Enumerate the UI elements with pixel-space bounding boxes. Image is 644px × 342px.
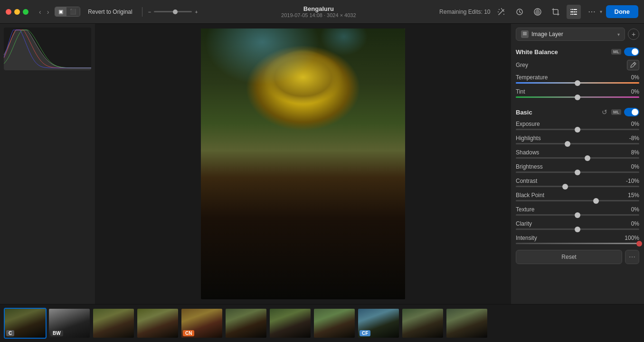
crop-button[interactable] — [549, 5, 563, 19]
film-item-10[interactable] — [401, 308, 444, 339]
contrast-slider[interactable] — [516, 186, 639, 187]
basic-section-header: Basic ↺ ML — [516, 107, 639, 117]
highlights-row: Highlights -8% — [516, 135, 639, 144]
black-point-value: 15% — [628, 192, 639, 199]
intensity-thumb[interactable] — [636, 241, 642, 247]
reset-button[interactable]: Reset — [516, 250, 622, 264]
done-button[interactable]: Done — [606, 5, 639, 18]
brightness-slider[interactable] — [516, 171, 639, 173]
minimize-button[interactable] — [14, 9, 20, 15]
temperature-label: Temperature — [516, 74, 548, 81]
white-balance-title: White Balance — [516, 48, 558, 56]
healing-brush-button[interactable] — [512, 5, 527, 19]
magic-wand-button[interactable] — [494, 5, 509, 19]
tint-label: Tint — [516, 88, 525, 95]
split-view-button[interactable]: ⬛ — [66, 7, 80, 16]
texture-thumb[interactable] — [575, 212, 580, 218]
titlebar: ‹ › ▣ ⬛ Revert to Original − + Bengaluru… — [0, 0, 644, 24]
histogram — [4, 28, 91, 70]
contrast-thumb[interactable] — [562, 184, 568, 190]
view-toggle: ▣ ⬛ — [55, 7, 80, 17]
zoom-plus-icon: + — [195, 9, 198, 15]
clarity-slider[interactable] — [516, 228, 639, 230]
black-point-label: Black Point — [516, 192, 544, 199]
layer-add-button[interactable]: + — [628, 28, 639, 40]
highlights-thumb[interactable] — [565, 141, 570, 147]
temperature-thumb[interactable] — [575, 80, 580, 86]
svg-point-11 — [572, 13, 574, 15]
intensity-slider[interactable] — [516, 243, 639, 244]
exposure-slider[interactable] — [516, 129, 639, 130]
svg-point-0 — [499, 9, 500, 10]
layer-name-label: Image Layer — [531, 31, 615, 38]
film-badge-cn: CN — [183, 330, 194, 336]
film-item-6[interactable] — [225, 308, 267, 339]
black-point-thumb[interactable] — [593, 198, 599, 204]
brightness-row: Brightness 0% — [516, 163, 639, 173]
nav-back-button[interactable]: ‹ — [37, 7, 43, 17]
basic-toggle[interactable] — [624, 108, 639, 116]
single-view-button[interactable]: ▣ — [55, 7, 66, 16]
close-button[interactable] — [6, 9, 11, 15]
film-item-c[interactable]: C — [4, 308, 47, 339]
more-options-button[interactable]: ⋯ — [585, 5, 599, 19]
film-item-4[interactable] — [136, 308, 179, 339]
intensity-label: Intensity — [516, 235, 537, 241]
layer-dropdown[interactable]: Image Layer ▾ — [516, 28, 625, 41]
film-item-cn[interactable]: CN — [180, 308, 223, 339]
film-item-7[interactable] — [269, 308, 312, 339]
left-panel — [0, 24, 95, 304]
texture-slider[interactable] — [516, 214, 639, 216]
tint-thumb[interactable] — [575, 95, 580, 100]
svg-point-10 — [574, 11, 576, 13]
shadows-thumb[interactable] — [585, 155, 590, 161]
highlights-label: Highlights — [516, 135, 541, 142]
main-content: Image Layer ▾ + White Balance ML Grey — [0, 24, 644, 304]
shadows-label: Shadows — [516, 149, 539, 156]
black-point-row: Black Point 15% — [516, 192, 639, 201]
grey-label: Grey — [516, 62, 528, 68]
adjustments-button[interactable] — [567, 5, 581, 19]
photo-inner — [201, 28, 405, 299]
texture-label: Texture — [516, 206, 534, 213]
zoom-minus-icon: − — [148, 9, 151, 15]
svg-rect-14 — [523, 32, 527, 33]
highlights-value: -8% — [629, 135, 639, 142]
clarity-thumb[interactable] — [575, 227, 580, 232]
brightness-value: 0% — [631, 163, 639, 170]
fullscreen-button[interactable] — [23, 9, 28, 15]
revert-to-original-button[interactable]: Revert to Original — [84, 7, 136, 17]
basic-ml-badge: ML — [611, 109, 621, 115]
grey-row: Grey — [516, 60, 639, 70]
exposure-row: Exposure 0% — [516, 121, 639, 130]
brightness-thumb[interactable] — [575, 170, 580, 175]
film-item-8[interactable] — [313, 308, 356, 339]
zoom-slider[interactable] — [154, 11, 192, 12]
shadows-slider[interactable] — [516, 157, 639, 159]
toolbar-right: Remaining Edits: 10 — [439, 5, 638, 19]
color-button[interactable] — [530, 5, 545, 19]
exposure-thumb[interactable] — [575, 127, 580, 133]
right-panel: Image Layer ▾ + White Balance ML Grey — [511, 24, 644, 304]
film-item-bw[interactable]: BW — [48, 308, 91, 339]
nav-arrows: ‹ › — [37, 7, 51, 17]
reset-btn-row: Reset ⋯ — [516, 250, 639, 264]
film-badge-c: C — [6, 330, 14, 336]
brightness-label: Brightness — [516, 163, 543, 170]
film-item-3[interactable] — [92, 308, 135, 339]
highlights-slider[interactable] — [516, 143, 639, 144]
contrast-label: Contrast — [516, 178, 537, 184]
more-options-button-bottom[interactable]: ⋯ — [625, 250, 639, 264]
shadows-value: 8% — [631, 149, 639, 156]
tint-slider[interactable] — [516, 96, 639, 98]
clarity-row: Clarity 0% — [516, 220, 639, 230]
svg-point-3 — [501, 8, 502, 9]
film-item-cf[interactable]: CF — [357, 308, 400, 339]
black-point-slider[interactable] — [516, 200, 639, 201]
temperature-slider[interactable] — [516, 82, 639, 84]
basic-reset-icon[interactable]: ↺ — [601, 107, 608, 117]
film-item-11[interactable] — [445, 308, 488, 339]
nav-forward-button[interactable]: › — [45, 7, 51, 17]
white-balance-toggle[interactable] — [624, 48, 639, 56]
eyedropper-button[interactable] — [627, 60, 639, 70]
